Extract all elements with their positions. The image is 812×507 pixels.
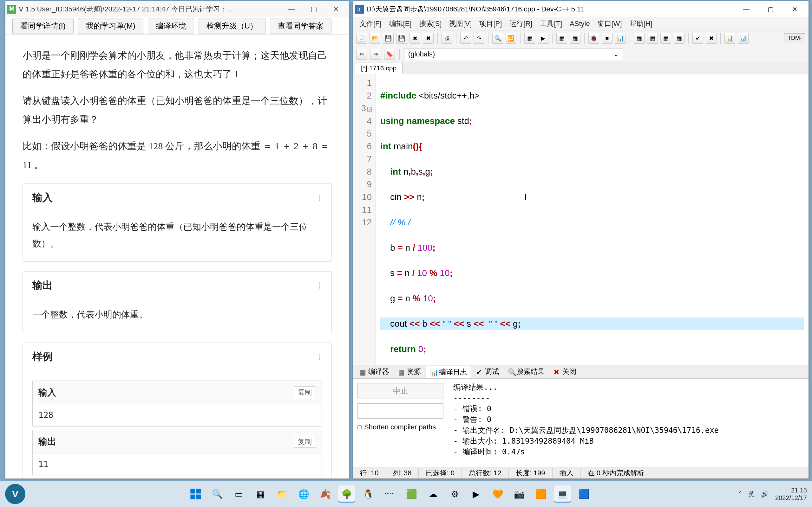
- print-icon[interactable]: 🖨: [442, 33, 452, 44]
- start-icon[interactable]: [187, 486, 204, 503]
- app9-icon[interactable]: 📷: [511, 486, 528, 503]
- app2-icon[interactable]: 🌳: [338, 486, 355, 503]
- editor[interactable]: 1 2 3− 4 5 6 7 8 9 10 11 12 #include <bi…: [353, 74, 809, 365]
- menu-view[interactable]: 视图[V]: [446, 18, 475, 30]
- tab-answers[interactable]: 查看同学答案: [270, 18, 332, 34]
- app7-icon[interactable]: ▶: [467, 486, 485, 503]
- compiler-selector[interactable]: TDM-: [784, 33, 805, 43]
- taskbar[interactable]: V 🔍 ▭ ▦ 📁 🌐 🍂 🌳 🐧 〰 🟩 ☁ ⚙ ▶ 🧡 📷 🟧 💻 🟦 ˄ …: [0, 481, 812, 507]
- saveall-icon[interactable]: 💾: [396, 33, 407, 44]
- undo-icon[interactable]: ↶: [460, 33, 471, 44]
- app3-icon[interactable]: 🐧: [360, 486, 377, 503]
- tab-debug[interactable]: ✔调试: [472, 366, 503, 378]
- tab-1716[interactable]: [*] 1716.cpp: [355, 62, 403, 74]
- menu-astyle[interactable]: AStyle: [566, 18, 593, 29]
- menu-project[interactable]: 项目[P]: [476, 18, 505, 30]
- menu-help[interactable]: 帮助[H]: [626, 18, 656, 30]
- menu-run[interactable]: 运行[R]: [506, 18, 536, 30]
- tab-compile-log[interactable]: 📊编译日志: [426, 366, 471, 378]
- closeall-icon[interactable]: ✖: [423, 33, 434, 44]
- open-icon[interactable]: 📂: [369, 33, 380, 44]
- menu-window[interactable]: 窗口[W]: [595, 18, 625, 30]
- section-menu-icon[interactable]: ⋮: [316, 353, 322, 361]
- debug-icon[interactable]: 🐞: [589, 33, 599, 44]
- grid3-icon[interactable]: ▦: [660, 33, 671, 44]
- path-field[interactable]: [357, 403, 444, 418]
- run-icon[interactable]: ▶: [538, 33, 548, 44]
- grid2-icon[interactable]: ▦: [647, 33, 658, 44]
- app10-icon[interactable]: 🟧: [532, 486, 549, 503]
- wifi-icon[interactable]: 🔊: [761, 490, 769, 498]
- menu-file[interactable]: 文件[F]: [356, 18, 385, 30]
- section-menu-icon[interactable]: ⋮: [316, 193, 322, 202]
- tab-find-results[interactable]: 🔍搜索结果: [504, 366, 548, 378]
- systray[interactable]: ˄ 英 🔊 21:15 2022/12/17: [739, 487, 807, 502]
- chart-icon[interactable]: 📊: [724, 33, 735, 44]
- menu-edit[interactable]: 编辑[E]: [386, 18, 415, 30]
- bookmark-icon[interactable]: 🔖: [384, 49, 395, 60]
- menu-search[interactable]: 搜索[S]: [416, 18, 445, 30]
- minimize-button[interactable]: —: [281, 2, 303, 17]
- close-file-icon[interactable]: ✖: [409, 33, 420, 44]
- redo-icon[interactable]: ↷: [473, 33, 484, 44]
- app1-icon[interactable]: 🍂: [316, 486, 334, 503]
- grid4-icon[interactable]: ▦: [674, 33, 684, 44]
- titlebar-right[interactable]: D D:\天翼云盘同步盘\19907086281\NOI\35946\1716.…: [353, 1, 809, 17]
- search-icon[interactable]: 🔍: [209, 486, 226, 503]
- close-button[interactable]: ✕: [782, 2, 807, 17]
- maximize-button[interactable]: ▢: [303, 2, 325, 17]
- grid-icon[interactable]: ▦: [634, 33, 645, 44]
- tab-close[interactable]: ✖关闭: [550, 366, 580, 378]
- app4-icon[interactable]: 〰: [381, 486, 398, 503]
- tab-compiler[interactable]: ▦编译器: [356, 366, 393, 378]
- save-icon[interactable]: 💾: [383, 33, 394, 44]
- section-menu-icon[interactable]: ⋮: [316, 281, 322, 290]
- problem-content[interactable]: 小明是一个刚刚学会算术的小朋友，他非常热衷于计算；这天他发现自己的体重正好是爸爸…: [5, 37, 349, 478]
- copy-input-button[interactable]: 复制: [294, 386, 316, 398]
- tab-update[interactable]: 检测升级（U）: [199, 18, 265, 34]
- new-icon[interactable]: 📄: [356, 33, 367, 44]
- devcpp-taskbar-icon[interactable]: 💻: [554, 486, 571, 503]
- minimize-button[interactable]: —: [734, 2, 758, 17]
- back-icon[interactable]: ⇐: [356, 49, 367, 60]
- fold-icon[interactable]: −: [367, 107, 372, 112]
- chart2-icon[interactable]: 📊: [738, 33, 749, 44]
- replace-icon[interactable]: 🔁: [506, 33, 516, 44]
- ime-icon[interactable]: 英: [748, 490, 755, 498]
- compile-output[interactable]: 编译结果... -------- - 错误: 0 - 警告: 0 - 输出文件名…: [448, 379, 809, 467]
- titlebar-left[interactable]: 树 V 1.5 User_ID:35946(老师)/2022-12-17 21:…: [5, 1, 349, 17]
- x-icon[interactable]: ✖: [706, 33, 716, 44]
- fwd-icon[interactable]: ⇒: [370, 49, 381, 60]
- check-icon[interactable]: ✔: [693, 33, 703, 44]
- widgets-icon[interactable]: ▦: [252, 486, 269, 503]
- shorten-paths-checkbox[interactable]: Shorten compiler paths: [357, 423, 444, 431]
- profile-icon[interactable]: 📊: [615, 33, 626, 44]
- app8-icon[interactable]: 🧡: [489, 486, 506, 503]
- tab-resources[interactable]: ▦资源: [394, 366, 425, 378]
- tab-mylist[interactable]: 我的学习单(M): [78, 18, 143, 34]
- app6-icon[interactable]: ☁: [424, 486, 442, 503]
- tray-chevron-icon[interactable]: ˄: [739, 490, 742, 498]
- settings-icon[interactable]: ⚙: [446, 486, 463, 503]
- tab-details[interactable]: 看同学详情(I): [12, 18, 73, 34]
- compile-icon[interactable]: ▦: [524, 33, 535, 44]
- copy-output-button[interactable]: 复制: [294, 436, 316, 448]
- edge-icon[interactable]: 🌐: [295, 486, 312, 503]
- menu-tools[interactable]: 工具[T]: [537, 18, 565, 30]
- stop-icon[interactable]: ■: [602, 33, 612, 44]
- globals-dropdown[interactable]: (globals)⌄: [404, 48, 623, 60]
- tab-env[interactable]: 编译环境: [148, 18, 194, 34]
- abort-button[interactable]: 中止: [357, 383, 444, 399]
- rebuild-icon[interactable]: ▦: [570, 33, 580, 44]
- vm-badge[interactable]: V: [5, 484, 26, 504]
- code-area[interactable]: #include <bits/stdc++.h> using namespace…: [376, 74, 809, 365]
- find-icon[interactable]: 🔍: [492, 33, 503, 44]
- compile-run-icon[interactable]: ▦: [556, 33, 567, 44]
- explorer-icon[interactable]: 📁: [273, 486, 291, 503]
- close-button[interactable]: ✕: [325, 2, 347, 17]
- app5-icon[interactable]: 🟩: [403, 486, 420, 503]
- taskview-icon[interactable]: ▭: [230, 486, 247, 503]
- maximize-button[interactable]: ▢: [758, 2, 782, 17]
- clock[interactable]: 21:15 2022/12/17: [775, 487, 807, 502]
- app11-icon[interactable]: 🟦: [575, 486, 593, 503]
